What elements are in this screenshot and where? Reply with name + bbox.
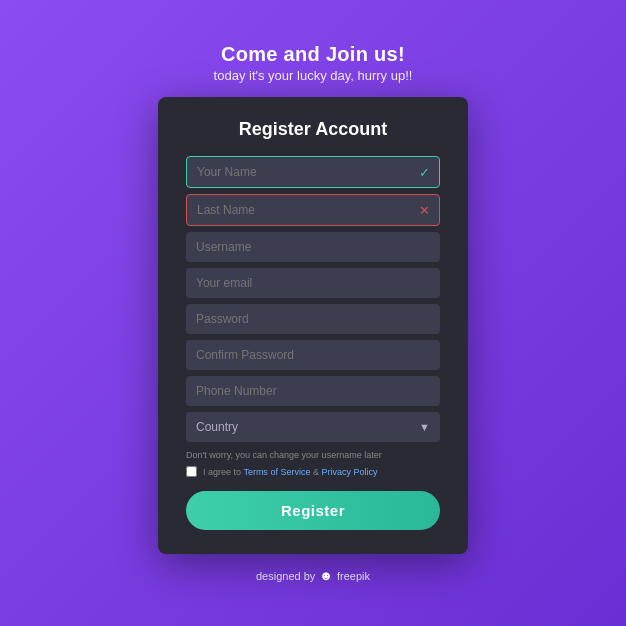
register-button[interactable]: Register — [186, 491, 440, 530]
password-field-wrapper — [186, 304, 440, 334]
footer-label: designed by — [256, 570, 315, 582]
privacy-link[interactable]: Privacy Policy — [321, 467, 377, 477]
email-input[interactable] — [186, 268, 440, 298]
confirm-password-input[interactable] — [186, 340, 440, 370]
lastname-input[interactable] — [186, 194, 440, 226]
country-select-wrapper: Country United States United Kingdom Can… — [186, 412, 440, 442]
footer: designed by ☻ freepik — [256, 568, 370, 583]
agree-label: I agree to Terms of Service & Privacy Po… — [203, 467, 377, 477]
username-input[interactable] — [186, 232, 440, 262]
name-field-wrapper: ✓ — [186, 156, 440, 188]
phone-field-wrapper — [186, 376, 440, 406]
lastname-field-wrapper: ✕ — [186, 194, 440, 226]
footer-brand: freepik — [337, 570, 370, 582]
password-input[interactable] — [186, 304, 440, 334]
agree-row: I agree to Terms of Service & Privacy Po… — [186, 466, 440, 477]
confirm-password-field-wrapper — [186, 340, 440, 370]
register-card: Register Account ✓ ✕ Country United Stat… — [158, 97, 468, 554]
name-input[interactable] — [186, 156, 440, 188]
card-title: Register Account — [186, 119, 440, 140]
agree-checkbox[interactable] — [186, 466, 197, 477]
page-title: Come and Join us! — [214, 43, 413, 66]
terms-link[interactable]: Terms of Service — [243, 467, 310, 477]
page-subtitle: today it's your lucky day, hurry up!! — [214, 68, 413, 83]
username-field-wrapper — [186, 232, 440, 262]
country-select[interactable]: Country United States United Kingdom Can… — [186, 412, 440, 442]
username-helper: Don't worry, you can change your usernam… — [186, 450, 440, 460]
freepik-icon: ☻ — [319, 568, 333, 583]
phone-input[interactable] — [186, 376, 440, 406]
email-field-wrapper — [186, 268, 440, 298]
